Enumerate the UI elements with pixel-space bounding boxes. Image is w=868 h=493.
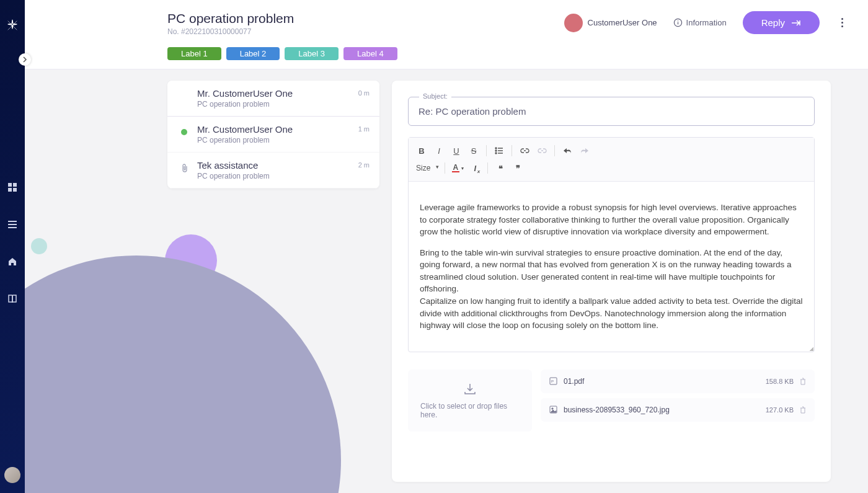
quote-right-button[interactable]: ❞	[511, 161, 525, 175]
file-drop-zone[interactable]: Click to select or drop files here.	[408, 370, 532, 432]
undo-button[interactable]	[560, 144, 574, 158]
attachments-section: Click to select or drop files here. P01.…	[408, 370, 815, 432]
delete-attachment-button[interactable]	[800, 406, 806, 414]
strikethrough-button[interactable]: S	[467, 144, 480, 158]
thread-item[interactable]: Mr. CustomerUser OnePC operation problem…	[167, 81, 379, 117]
label-chip[interactable]: Label 2	[226, 47, 280, 60]
editor-toolbar: B I U S	[409, 138, 814, 182]
bullet-list-button[interactable]	[492, 144, 506, 158]
reply-icon	[791, 19, 801, 27]
user-avatar[interactable]	[4, 467, 20, 483]
subject-label: Subject:	[419, 92, 451, 100]
link-button[interactable]	[518, 144, 531, 158]
redo-button	[578, 144, 591, 158]
unread-indicator-icon	[181, 129, 187, 135]
underline-button[interactable]: U	[450, 144, 463, 158]
thread-list: Mr. CustomerUser OnePC operation problem…	[167, 81, 379, 189]
file-size: 158.8 KB	[766, 378, 794, 385]
thread-sender: Mr. CustomerUser One	[197, 124, 370, 135]
svg-rect-3	[13, 188, 17, 192]
unlink-button	[535, 144, 549, 158]
label-chip[interactable]: Label 3	[285, 47, 339, 60]
svg-rect-2	[8, 188, 12, 192]
font-size-select[interactable]: Size	[415, 162, 439, 174]
thread-time: 2 m	[358, 161, 370, 169]
file-size: 127.0 KB	[766, 406, 794, 414]
subject-input[interactable]	[408, 97, 815, 126]
download-icon	[463, 382, 477, 396]
attachment-icon	[181, 164, 188, 172]
svg-rect-0	[8, 183, 12, 187]
file-type-icon: P	[549, 377, 557, 385]
thread-sender: Mr. CustomerUser One	[197, 88, 370, 99]
quote-left-button[interactable]: ❝	[494, 161, 507, 175]
compose-panel: Subject: B I U S	[392, 81, 831, 482]
svg-point-14	[495, 153, 497, 154]
italic-button[interactable]: I	[432, 144, 446, 158]
thread-item[interactable]: Mr. CustomerUser OnePC operation problem…	[167, 117, 379, 153]
thread-item[interactable]: Tek assistancePC operation problem2 m	[167, 153, 379, 189]
thread-subject: PC operation problem	[197, 172, 370, 180]
label-chip[interactable]: Label 4	[343, 47, 397, 60]
sidebar-expand-button[interactable]	[19, 53, 31, 66]
decoration-circle	[31, 238, 47, 254]
thread-time: 0 m	[358, 89, 370, 97]
file-name: 01.pdf	[564, 377, 760, 386]
svg-rect-1	[13, 183, 17, 187]
editor-resize-handle[interactable]	[808, 345, 814, 352]
sidebar-item-grid[interactable]	[0, 169, 25, 206]
text-color-button[interactable]: A ▾	[451, 161, 464, 175]
attachment-list: P01.pdf158.8 KBbusiness-2089533_960_720.…	[541, 370, 815, 432]
labels-row: Label 1Label 2Label 3Label 4	[25, 42, 868, 69]
thread-panel: Mr. CustomerUser OnePC operation problem…	[167, 81, 379, 482]
svg-point-10	[495, 148, 497, 149]
label-chip[interactable]: Label 1	[167, 47, 221, 60]
file-type-icon	[549, 406, 557, 414]
logo-star-icon	[6, 19, 19, 32]
thread-subject: PC operation problem	[197, 136, 370, 144]
bold-button[interactable]: B	[415, 144, 428, 158]
sidebar-item-home[interactable]	[0, 243, 25, 280]
ticket-title: PC operation problem	[167, 11, 294, 26]
svg-point-19	[552, 408, 553, 409]
page-header: PC operation problem No. #20221003100000…	[25, 0, 868, 42]
customer-name: CustomerUser One	[588, 18, 657, 27]
file-name: business-2089533_960_720.jpg	[564, 406, 760, 414]
rich-text-editor: B I U S	[408, 137, 815, 352]
information-link[interactable]: Information	[673, 18, 727, 27]
customer-avatar-icon	[564, 14, 583, 32]
delete-attachment-button[interactable]	[800, 378, 806, 385]
thread-time: 1 m	[358, 125, 370, 133]
sidebar-item-book[interactable]	[0, 280, 25, 318]
thread-subject: PC operation problem	[197, 100, 370, 109]
ticket-number: No. #2022100310000077	[167, 27, 294, 36]
attachment-item: P01.pdf158.8 KB	[541, 370, 815, 393]
more-menu-button[interactable]	[836, 18, 848, 27]
svg-text:P: P	[551, 380, 554, 383]
info-icon	[673, 18, 683, 27]
reply-button[interactable]: Reply	[743, 11, 820, 34]
attachment-item: business-2089533_960_720.jpg127.0 KB	[541, 398, 815, 422]
clear-formatting-button[interactable]: Ix	[468, 161, 482, 175]
customer-badge[interactable]: CustomerUser One	[564, 14, 657, 32]
sidebar	[0, 0, 25, 493]
svg-point-12	[495, 150, 497, 151]
svg-point-9	[677, 20, 678, 21]
sidebar-item-list[interactable]	[0, 206, 25, 243]
editor-body[interactable]: Leverage agile frameworks to provide a r…	[409, 182, 814, 352]
thread-sender: Tek assistance	[197, 160, 370, 171]
